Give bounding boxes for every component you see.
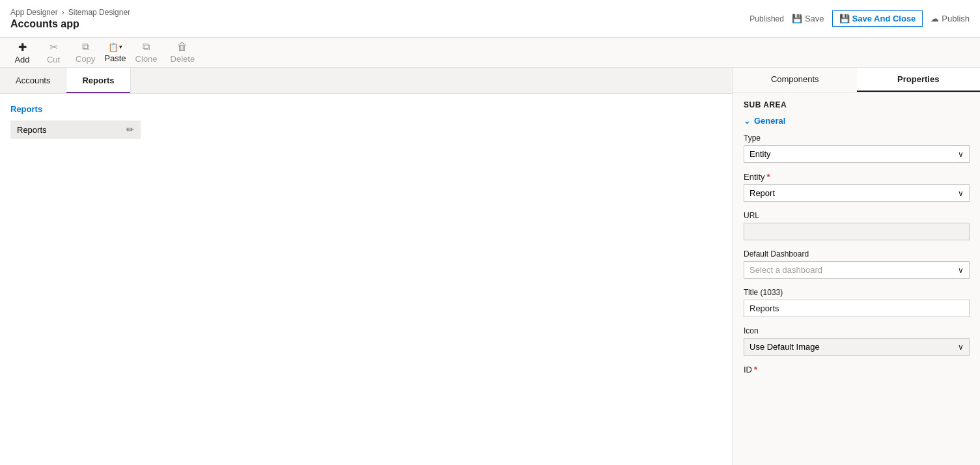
entity-dropdown-arrow: ∨ — [958, 189, 964, 198]
top-bar-left: App Designer › Sitemap Designer Accounts… — [10, 8, 130, 30]
url-input[interactable] — [744, 223, 970, 240]
paste-icon: 📋 — [108, 42, 119, 52]
type-value: Entity — [749, 149, 771, 159]
entity-value: Report — [749, 188, 775, 198]
cut-button[interactable]: ✂ Cut — [39, 38, 68, 67]
icon-field-row: Icon Use Default Image ∨ — [744, 326, 970, 356]
publish-icon: ☁ — [931, 14, 939, 23]
entity-label: Entity * — [744, 172, 970, 182]
breadcrumb: App Designer › Sitemap Designer — [10, 8, 130, 17]
delete-icon: 🗑 — [177, 41, 188, 53]
add-button[interactable]: ✚ Add — [8, 38, 36, 67]
clone-icon: ⧉ — [143, 41, 150, 53]
subarea-item[interactable]: Reports ✏ — [10, 120, 141, 139]
type-dropdown-arrow: ∨ — [958, 150, 964, 159]
edit-icon[interactable]: ✏ — [126, 124, 134, 135]
publish-button[interactable]: ☁ Publish — [931, 14, 970, 23]
panel-tabs: Components Properties — [733, 68, 980, 92]
copy-button[interactable]: ⧉ Copy — [70, 38, 100, 66]
top-bar: App Designer › Sitemap Designer Accounts… — [0, 0, 980, 38]
main-layout: Accounts Reports Reports Reports ✏ Compo… — [0, 68, 980, 465]
save-close-icon: 💾 — [839, 14, 850, 23]
toolbar: ✚ Add ✂ Cut ⧉ Copy 📋 ▾ Paste ⧉ Clone 🗑 D… — [0, 38, 980, 68]
save-icon: 💾 — [792, 14, 802, 23]
entity-dropdown[interactable]: Report ∨ — [744, 184, 970, 202]
id-field-row: ID * — [744, 365, 970, 374]
clone-button[interactable]: ⧉ Clone — [130, 38, 163, 66]
cut-icon: ✂ — [49, 41, 58, 53]
right-panel: Components Properties SUB AREA ⌄ General… — [733, 68, 980, 465]
title-field-row: Title (1033) — [744, 288, 970, 317]
tab-accounts[interactable]: Accounts — [0, 68, 66, 93]
tab-components[interactable]: Components — [733, 68, 857, 92]
id-label: ID * — [744, 365, 970, 374]
id-required-star: * — [754, 365, 757, 374]
top-bar-right: Published 💾 Save 💾 Save And Close ☁ Publ… — [749, 10, 970, 27]
canvas-content: Reports Reports ✏ — [0, 94, 733, 465]
tab-reports[interactable]: Reports — [66, 68, 130, 93]
entity-required-star: * — [767, 172, 770, 182]
breadcrumb-app-designer[interactable]: App Designer — [10, 8, 58, 17]
breadcrumb-separator: › — [62, 8, 64, 17]
default-dashboard-label: Default Dashboard — [744, 249, 970, 259]
general-label: General — [754, 116, 785, 126]
general-section-header[interactable]: ⌄ General — [744, 116, 970, 126]
title-label: Title (1033) — [744, 288, 970, 297]
tab-properties[interactable]: Properties — [857, 68, 981, 92]
icon-value: Use Default Image — [749, 342, 820, 352]
type-field-row: Type Entity ∨ — [744, 134, 970, 163]
section-title: SUB AREA — [744, 100, 970, 109]
type-label: Type — [744, 134, 970, 143]
default-dashboard-dropdown-arrow: ∨ — [958, 266, 964, 275]
default-dashboard-placeholder: Select a dashboard — [749, 265, 822, 275]
group-label[interactable]: Reports — [10, 104, 722, 114]
icon-dropdown-arrow: ∨ — [958, 343, 964, 352]
subarea-label: Reports — [17, 125, 47, 135]
default-dashboard-dropdown[interactable]: Select a dashboard ∨ — [744, 261, 970, 279]
icon-dropdown[interactable]: Use Default Image ∨ — [744, 338, 970, 356]
title-input[interactable] — [744, 300, 970, 317]
save-and-close-button[interactable]: 💾 Save And Close — [832, 10, 923, 27]
default-dashboard-field-row: Default Dashboard Select a dashboard ∨ — [744, 249, 970, 279]
url-field-row: URL — [744, 211, 970, 240]
tabs-row: Accounts Reports — [0, 68, 733, 94]
add-icon: ✚ — [18, 41, 27, 53]
chevron-down-icon: ⌄ — [744, 117, 750, 126]
icon-label: Icon — [744, 326, 970, 335]
url-label: URL — [744, 211, 970, 220]
delete-button[interactable]: 🗑 Delete — [165, 38, 201, 66]
copy-icon: ⧉ — [82, 41, 89, 53]
entity-field-row: Entity * Report ∨ — [744, 172, 970, 202]
paste-dropdown-arrow: ▾ — [119, 44, 122, 50]
canvas-area: Accounts Reports Reports Reports ✏ — [0, 68, 733, 465]
panel-body: SUB AREA ⌄ General Type Entity ∨ Entity … — [733, 92, 980, 465]
type-dropdown[interactable]: Entity ∨ — [744, 145, 970, 163]
breadcrumb-sitemap-designer[interactable]: Sitemap Designer — [68, 8, 130, 17]
paste-button[interactable]: 📋 ▾ Paste — [103, 40, 127, 66]
save-button[interactable]: 💾 Save — [792, 14, 824, 23]
app-title: Accounts app — [10, 18, 130, 30]
published-label: Published — [749, 14, 784, 23]
